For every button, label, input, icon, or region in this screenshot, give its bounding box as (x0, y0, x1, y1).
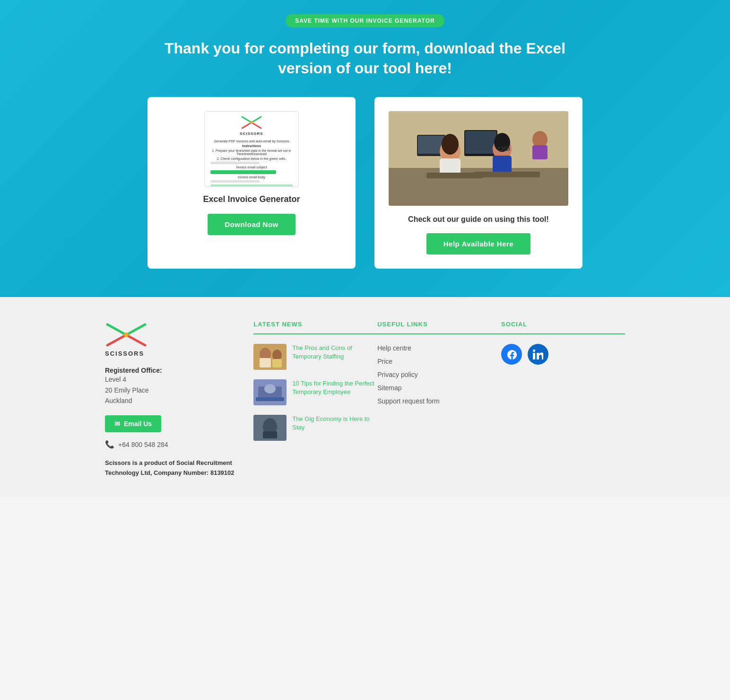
guide-card: Check out our guide on using this tool! … (374, 97, 582, 269)
download-now-button[interactable]: Download Now (208, 214, 295, 235)
download-card: SCISSORS Generate PDF Invoices and auto-… (148, 97, 356, 269)
email-button-label: Email Us (124, 420, 152, 428)
guide-card-description: Check out our guide on using this tool! (408, 215, 549, 224)
social-title: SOCIAL (501, 321, 625, 328)
address-line1: Level 4 (105, 374, 253, 385)
download-card-title: Excel Invoice Generator (203, 194, 300, 204)
footer-address: Registered Office: Level 4 20 Emily Plac… (105, 367, 253, 406)
list-item-support: Support request form (377, 397, 501, 405)
social-divider (501, 333, 625, 334)
footer-links-col: USEFUL LINKS Help centre Price Privacy p… (377, 321, 501, 478)
news-text-1: The Pros and Cons of Temporary Staffing (292, 344, 377, 361)
news-link-3[interactable]: The Gig Economy is Here to Stay (292, 415, 369, 431)
svg-rect-36 (256, 397, 284, 401)
phone-number: +64 800 548 284 (118, 441, 168, 448)
svg-rect-23 (474, 172, 540, 177)
svg-line-1 (252, 117, 261, 122)
hero-title: Thank you for completing our form, downl… (152, 39, 578, 78)
svg-line-26 (107, 335, 126, 345)
footer-news-col: LATEST NEWS The Pros and Cons of Tempora… (253, 321, 377, 478)
footer-logo: SCISSORS (105, 321, 253, 357)
address-label: Registered Office: (105, 367, 253, 374)
svg-point-15 (494, 133, 510, 152)
list-item-sitemap: Sitemap (377, 384, 501, 392)
svg-rect-31 (260, 358, 271, 368)
svg-rect-10 (465, 131, 496, 154)
news-image-3 (253, 415, 287, 441)
preview-lines: Generate PDF Invoices and auto-email by … (209, 138, 295, 187)
news-item-2: 10 Tips for Finding the Perfect Temporar… (253, 379, 377, 405)
news-image-1 (253, 344, 287, 370)
svg-rect-21 (532, 145, 548, 159)
news-link-1[interactable]: The Pros and Cons of Temporary Staffing (292, 344, 352, 360)
office-scene-svg (389, 111, 568, 206)
address-line3: Auckland (105, 395, 253, 406)
useful-links-list: Help centre Price Privacy policy Sitemap… (377, 344, 501, 405)
footer-company-col: SCISSORS Registered Office: Level 4 20 E… (105, 321, 253, 478)
svg-rect-33 (272, 359, 282, 368)
svg-line-2 (242, 122, 252, 128)
email-icon: ✉ (114, 420, 120, 428)
svg-point-4 (250, 121, 253, 124)
address-line2: 20 Emily Place (105, 385, 253, 395)
footer-scissors-icon (105, 321, 148, 349)
link-support-request[interactable]: Support request form (377, 397, 440, 405)
company-info: Scissors is a product of Social Recruitm… (105, 458, 253, 478)
links-divider (377, 333, 501, 334)
news-image-2 (253, 379, 287, 405)
email-us-button[interactable]: ✉ Email Us (105, 415, 161, 432)
footer-inner: SCISSORS Registered Office: Level 4 20 E… (105, 321, 625, 478)
linkedin-icon[interactable] (528, 344, 548, 365)
hero-section: SAVE TIME WITH OUR INVOICE GENERATOR Tha… (0, 0, 730, 297)
footer-section: SCISSORS Registered Office: Level 4 20 E… (0, 297, 730, 497)
link-price[interactable]: Price (377, 358, 392, 365)
news-item-3: The Gig Economy is Here to Stay (253, 415, 377, 441)
svg-point-12 (442, 134, 459, 155)
links-title: USEFUL LINKS (377, 321, 501, 328)
news-thumb-3 (253, 415, 287, 441)
svg-line-0 (242, 117, 252, 122)
phone-row: 📞 +64 800 548 284 (105, 440, 253, 449)
news-link-2[interactable]: 10 Tips for Finding the Perfect Temporar… (292, 380, 374, 395)
news-thumb-1 (253, 344, 287, 370)
news-divider (253, 333, 377, 334)
social-icons-container (501, 344, 625, 365)
preview-logo (241, 115, 262, 130)
svg-rect-40 (263, 431, 277, 438)
svg-line-24 (107, 324, 126, 335)
news-text-3: The Gig Economy is Here to Stay (292, 415, 377, 432)
svg-point-28 (124, 332, 129, 337)
link-help-centre[interactable]: Help centre (377, 344, 411, 352)
footer-wordmark: SCISSORS (105, 350, 144, 357)
news-title: LATEST NEWS (253, 321, 377, 328)
svg-point-37 (264, 384, 276, 394)
excel-preview: SCISSORS Generate PDF Invoices and auto-… (204, 111, 299, 187)
link-sitemap[interactable]: Sitemap (377, 384, 401, 392)
link-privacy-policy[interactable]: Privacy policy (377, 371, 418, 378)
hero-badge: SAVE TIME WITH OUR INVOICE GENERATOR (286, 14, 444, 27)
linkedin-svg (533, 349, 543, 359)
scissors-icon-small (241, 115, 262, 130)
facebook-icon[interactable] (501, 344, 522, 365)
news-item-1: The Pros and Cons of Temporary Staffing (253, 344, 377, 370)
cards-container: SCISSORS Generate PDF Invoices and auto-… (105, 97, 625, 269)
footer-social-col: SOCIAL (501, 321, 625, 478)
news-thumb-2 (253, 379, 287, 405)
help-available-button[interactable]: Help Available Here (426, 233, 530, 254)
svg-line-25 (126, 324, 145, 335)
office-image (389, 111, 568, 206)
svg-line-27 (126, 335, 145, 345)
facebook-svg (506, 349, 517, 359)
list-item-price: Price (377, 357, 501, 366)
news-text-2: 10 Tips for Finding the Perfect Temporar… (292, 379, 377, 396)
phone-icon: 📞 (105, 440, 114, 449)
list-item-privacy: Privacy policy (377, 370, 501, 379)
svg-line-3 (252, 122, 261, 128)
list-item-help: Help centre (377, 344, 501, 352)
